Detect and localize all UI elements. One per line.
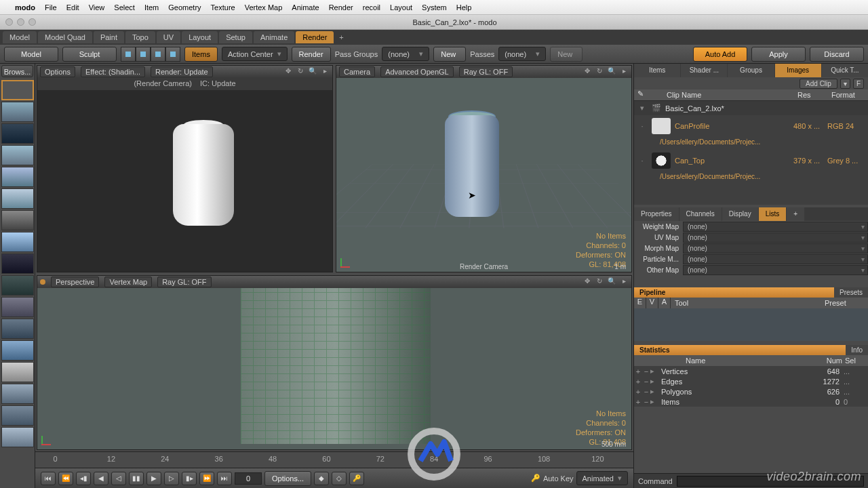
menu-texture[interactable]: Texture	[211, 3, 235, 12]
step-fwd-key-button[interactable]: ⏩	[199, 472, 214, 485]
menu-item[interactable]: Item	[144, 3, 159, 12]
preset-thumb[interactable]	[1, 362, 34, 382]
max-icon[interactable]: ▸	[619, 277, 629, 287]
col-clipname[interactable]: Clip Name	[646, 89, 796, 100]
preset-thumb[interactable]	[1, 340, 34, 361]
items-button[interactable]: Items	[184, 47, 218, 62]
preset-thumb[interactable]	[1, 145, 34, 165]
tab-setup[interactable]: Setup	[219, 31, 252, 43]
stat-row-vertices[interactable]: +−▸Vertices648...	[634, 366, 868, 376]
menu-file[interactable]: File	[45, 3, 57, 12]
move-icon[interactable]: ✥	[283, 67, 293, 77]
step-back-key-button[interactable]: ⏪	[58, 472, 73, 485]
preset-thumb[interactable]	[1, 188, 34, 209]
app-name[interactable]: modo	[15, 3, 35, 12]
max-icon[interactable]: ▸	[619, 67, 629, 77]
preset-thumb[interactable]	[1, 275, 34, 296]
tab-model[interactable]: Model	[3, 31, 37, 43]
play-rev-button[interactable]: ◁	[111, 472, 126, 485]
autokey-toggle[interactable]: 🔑 Auto Key	[531, 474, 574, 483]
goto-end-button[interactable]: ⏭	[217, 472, 232, 485]
move-icon[interactable]: ✥	[583, 67, 592, 77]
vp-camera[interactable]: Camera	[339, 66, 375, 77]
add-clip-button[interactable]: Add Clip	[800, 79, 837, 89]
vertex-mode-icon[interactable]	[121, 47, 136, 62]
tab-channels[interactable]: Channels	[679, 207, 722, 221]
play-button[interactable]: ▶	[146, 472, 161, 485]
rotate-icon[interactable]: ↻	[595, 67, 604, 77]
info-tab[interactable]: Info	[846, 345, 868, 355]
add-clip-menu-icon[interactable]: ▾	[840, 79, 850, 89]
current-frame-field[interactable]	[235, 472, 262, 485]
tab-shader[interactable]: Shader ...	[681, 64, 727, 77]
clip-root[interactable]: ▾ 🎬 Basic_Can_2.lxo*	[634, 101, 868, 115]
edge-mode-icon[interactable]	[136, 47, 151, 62]
tab-quicktips[interactable]: Quick T...	[822, 64, 868, 77]
stat-row-edges[interactable]: +−▸Edges1272...	[634, 376, 868, 386]
tab-images[interactable]: Images	[775, 64, 821, 77]
goto-start-button[interactable]: ⏮	[41, 472, 56, 485]
apply-button[interactable]: Apply	[751, 47, 806, 62]
tab-display[interactable]: Display	[722, 207, 758, 221]
vp-raygl[interactable]: Ray GL: OFF	[157, 277, 211, 287]
uvmap-dropdown[interactable]: (none)	[683, 232, 868, 243]
tab-uv[interactable]: UV	[157, 31, 180, 43]
tab-properties[interactable]: Properties	[634, 207, 679, 221]
tab-lists[interactable]: Lists	[759, 207, 787, 221]
statistics-header[interactable]: Statistics	[634, 345, 846, 355]
options-button[interactable]: Options...	[264, 471, 311, 486]
morphmap-dropdown[interactable]: (none)	[683, 243, 868, 253]
tab-items[interactable]: Items	[634, 64, 680, 77]
stat-row-polygons[interactable]: +−▸Polygons626...	[634, 386, 868, 396]
menu-render[interactable]: Render	[329, 3, 353, 12]
autoadd-button[interactable]: Auto Add	[693, 47, 747, 62]
zoom-icon[interactable]: 🔍	[607, 277, 616, 287]
zoom-icon[interactable]: 🔍	[607, 67, 616, 77]
vp-raygl[interactable]: Ray GL: OFF	[459, 66, 513, 77]
rotate-icon[interactable]: ↻	[296, 67, 305, 77]
menu-animate[interactable]: Animate	[292, 3, 319, 12]
tab-layout[interactable]: Layout	[182, 31, 218, 43]
rotate-icon[interactable]: ↻	[595, 277, 604, 287]
traffic-lights[interactable]	[0, 18, 41, 26]
preset-thumb[interactable]	[1, 405, 34, 426]
tab-paint[interactable]: Paint	[94, 31, 124, 43]
menu-edit[interactable]: Edit	[66, 3, 79, 12]
menu-help[interactable]: Help	[456, 3, 472, 12]
preset-thumb[interactable]	[1, 123, 34, 144]
weightmap-dropdown[interactable]: (none)	[683, 222, 868, 232]
tab-modelquad[interactable]: Model Quad	[38, 31, 92, 43]
tab-animate[interactable]: Animate	[254, 31, 294, 43]
vp-persp[interactable]: Perspective	[51, 277, 99, 287]
move-icon[interactable]: ✥	[583, 277, 592, 287]
tab-topo[interactable]: Topo	[125, 31, 155, 43]
col-res[interactable]: Res	[796, 89, 830, 100]
passgroups-dropdown[interactable]: (none)	[382, 47, 429, 61]
vp-vmap[interactable]: Vertex Map	[104, 277, 152, 287]
animated-dropdown[interactable]: Animated	[576, 471, 628, 485]
clip-item[interactable]: · CanProfile 480 x ... RGB 24	[634, 115, 868, 137]
menu-layout[interactable]: Layout	[390, 3, 412, 12]
prev-key-button[interactable]: ◂▮	[76, 472, 91, 485]
particlemap-dropdown[interactable]: (none)	[683, 254, 868, 264]
timeline-ruler[interactable]: 0 12 24 36 48 60 72 84 96 108 120	[35, 452, 633, 468]
pipeline-header[interactable]: Pipeline	[634, 287, 834, 298]
ic-label[interactable]: IC: Update	[200, 79, 236, 90]
menu-system[interactable]: System	[422, 3, 447, 12]
preset-thumb[interactable]	[1, 384, 34, 404]
timeline[interactable]: 0 12 24 36 48 60 72 84 96 108 120	[35, 451, 633, 468]
browser-header[interactable]: Brows...	[1, 65, 33, 77]
material-mode-icon[interactable]	[165, 47, 180, 62]
preset-thumb[interactable]	[1, 319, 34, 339]
preset-thumb[interactable]	[1, 80, 34, 100]
model-button[interactable]: Model	[4, 47, 58, 62]
preset-thumb[interactable]	[1, 253, 34, 274]
new-pass-button[interactable]: New	[550, 47, 583, 62]
othermap-dropdown[interactable]: (none)	[683, 265, 868, 275]
next-key-button[interactable]: ▮▸	[182, 472, 197, 485]
camera-viewport[interactable]: Camera Advanced OpenGL Ray GL: OFF ✥ ↻ 🔍…	[336, 65, 632, 272]
tab-groups[interactable]: Groups	[728, 64, 774, 77]
key-icon-button[interactable]: ◇	[332, 472, 347, 485]
tab-add-icon[interactable]: +	[787, 207, 804, 221]
preset-thumb[interactable]	[1, 232, 34, 252]
